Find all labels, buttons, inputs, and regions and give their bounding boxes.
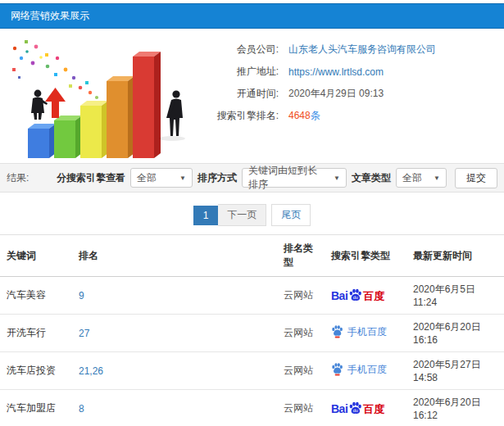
baidu-logo: Bai du 百度 [331,401,384,415]
keyword-cell: 洗车店投资 [0,352,72,390]
field-open-time: 开通时间: 2020年4月29日 09:13 [193,83,504,105]
mobile-baidu-logo: 手机百度 [331,325,387,338]
results-table: 关键词 排名 排名类型 搜索引擎类型 最新更新时间 汽车美容 9 云网站 Bai… [0,234,504,426]
baidu-paw-icon: du [348,288,362,302]
svg-text:du: du [353,408,358,413]
open-time-label: 开通时间: [193,87,279,101]
page-title: 网络营销效果展示 [0,3,504,29]
rank-type-cell: 云网站 [277,390,325,426]
article-type-value: 全部 [402,171,422,185]
field-url: 推广地址: https://www.lrtlsd.com [193,61,504,83]
table-row: 开洗车行 27 云网站 手机百度 2020年6月20日 16:16 [0,315,504,352]
filter-bar: 结果: 分搜索引擎查看 全部 ▼ 排序方式 关键词由短到长排序 ▼ 文章类型 全… [0,163,504,193]
baidu-bai-text: Bai [331,290,347,301]
rank-link[interactable]: 8 [72,390,277,426]
field-rank-count: 搜索引擎排名: 4648条 [193,105,504,127]
chevron-down-icon: ▼ [434,174,440,182]
sort-select[interactable]: 关键词由短到长排序 ▼ [242,168,347,188]
last-page-button[interactable]: 尾页 [271,204,311,226]
table-row: 汽车加盟店 8 云网站 Bai du 百度 2020年6月20日 16:12 [0,390,504,426]
rank-count-number: 4648 [288,110,311,121]
company-name-link[interactable]: 山东老人头汽车服务咨询有限公司 [288,43,436,57]
engine-filter-value: 全部 [137,171,157,185]
article-type-label: 文章类型 [352,171,391,185]
table-row: 洗车店投资 21,26 云网站 手机百度 2020年5月27日 14:58 [0,352,504,390]
mobile-baidu-paw-icon [331,325,343,338]
header-rank: 排名 [72,235,277,277]
keyword-cell: 汽车美容 [0,277,72,315]
table-row: 汽车美容 9 云网站 Bai du 百度 2020年6月5日 11:24 [0,277,504,315]
header-updated: 最新更新时间 [406,235,504,277]
search-engine-cell: Bai du 百度 [325,390,406,426]
search-engine-cell: Bai du 百度 [325,277,406,315]
result-label: 结果: [7,171,29,185]
page-1-button[interactable]: 1 [193,206,219,225]
keyword-cell: 开洗车行 [0,315,72,352]
baidu-logo: Bai du 百度 [331,288,384,301]
article-type-select[interactable]: 全部 ▼ [396,168,447,188]
rank-count-label: 搜索引擎排名: [193,109,279,123]
rank-link[interactable]: 21,26 [72,352,277,390]
chevron-down-icon: ▼ [334,174,340,182]
engine-filter-label: 分搜索引擎查看 [57,171,125,185]
baidu-bai-text: Bai [331,403,347,415]
updated-time-cell: 2020年5月27日 14:58 [406,352,504,390]
header-keyword: 关键词 [0,235,72,277]
updated-time-cell: 2020年6月20日 16:16 [406,315,504,352]
rank-count-unit: 条 [311,110,320,121]
pagination: 1 下一页 尾页 [0,204,504,226]
company-info: 会员公司: 山东老人头汽车服务咨询有限公司 推广地址: https://www.… [193,30,504,160]
rank-type-cell: 云网站 [277,277,325,315]
search-engine-cell: 手机百度 [325,315,406,352]
rank-count-value: 4648条 [288,109,320,123]
company-label: 会员公司: [193,43,279,57]
filter-controls: 分搜索引擎查看 全部 ▼ 排序方式 关键词由短到长排序 ▼ 文章类型 全部 ▼ … [57,168,497,188]
businessman-right [166,90,183,136]
baidu-paw-icon: du [348,401,362,415]
baidu-cn-text: 百度 [363,404,384,415]
baidu-cn-text: 百度 [363,291,384,301]
svg-text:du: du [353,295,358,300]
field-company: 会员公司: 山东老人头汽车服务咨询有限公司 [193,39,504,61]
rank-type-cell: 云网站 [277,315,325,352]
bar-chart-growth-image [0,30,193,160]
chevron-down-icon: ▼ [179,174,186,182]
businessman-left [31,90,48,120]
mobile-baidu-logo: 手机百度 [331,363,387,376]
url-label: 推广地址: [193,65,279,79]
promotion-url-link[interactable]: https://www.lrtlsd.com [288,66,384,78]
rank-link[interactable]: 9 [72,277,277,315]
updated-time-cell: 2020年6月20日 16:12 [406,390,504,426]
updated-time-cell: 2020年6月5日 11:24 [406,277,504,315]
mobile-baidu-paw-icon [331,363,343,376]
sort-value: 关键词由短到长排序 [248,164,326,192]
marketing-chart-illustration [0,30,193,160]
table-header-row: 关键词 排名 排名类型 搜索引擎类型 最新更新时间 [0,235,504,277]
open-time-value: 2020年4月29日 09:13 [288,87,384,101]
search-engine-cell: 手机百度 [325,352,406,390]
submit-button[interactable]: 提交 [455,168,497,188]
mobile-baidu-text: 手机百度 [347,365,387,374]
rank-type-cell: 云网站 [277,352,325,390]
mobile-baidu-text: 手机百度 [347,327,387,337]
keyword-cell: 汽车加盟店 [0,390,72,426]
header-rank-type: 排名类型 [277,235,325,277]
header-search-engine: 搜索引擎类型 [325,235,406,277]
next-page-button[interactable]: 下一页 [218,204,266,226]
engine-filter-select[interactable]: 全部 ▼ [130,168,193,188]
info-section: 会员公司: 山东老人头汽车服务咨询有限公司 推广地址: https://www.… [0,29,504,163]
rank-link[interactable]: 27 [72,315,277,352]
up-arrow-icon [45,88,66,118]
sort-label: 排序方式 [198,171,237,185]
